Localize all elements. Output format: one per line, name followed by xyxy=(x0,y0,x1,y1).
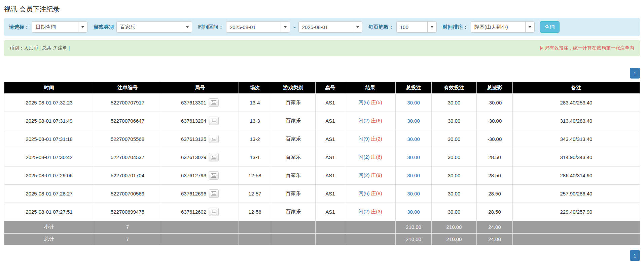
sort-order-label: 时间排序： xyxy=(443,24,468,30)
round-number: 637612696 xyxy=(181,191,206,196)
total-empty-cell xyxy=(271,233,316,245)
cell-game-type: 百家乐 xyxy=(271,130,316,148)
table-row: 2025-08-01 07:30:42 522700704537 6376130… xyxy=(4,148,640,166)
total-empty-cell xyxy=(316,233,345,245)
total-bet-link[interactable]: 30.00 xyxy=(407,100,420,105)
cell-time: 2025-08-01 07:28:27 xyxy=(4,185,94,203)
date-to-input[interactable] xyxy=(298,21,353,33)
page-number-button[interactable]: 1 xyxy=(630,250,640,261)
search-button[interactable]: 查询 xyxy=(540,21,560,33)
subtotal-empty-cell xyxy=(161,221,239,233)
cell-round-no: 637612602 xyxy=(161,203,239,221)
view-round-image-button[interactable] xyxy=(209,135,219,143)
cell-round-no: 637612696 xyxy=(161,185,239,203)
game-type-input[interactable] xyxy=(116,21,183,33)
result-banker: 庄(5) xyxy=(371,99,382,105)
round-number: 637613301 xyxy=(181,100,206,105)
total-bet-link[interactable]: 30.00 xyxy=(407,136,420,142)
select-type-input[interactable] xyxy=(32,21,78,33)
game-type-dropdown-toggle[interactable] xyxy=(183,21,192,33)
view-round-image-button[interactable] xyxy=(209,153,219,161)
total-bet-link[interactable]: 30.00 xyxy=(407,209,420,215)
cell-total-payout: 28.50 xyxy=(477,166,513,185)
cell-remark: 229.40/257.90 xyxy=(513,203,640,221)
cell-valid-bet: 30.00 xyxy=(432,185,477,203)
cell-session: 12-58 xyxy=(239,166,271,185)
sort-order-input[interactable] xyxy=(471,21,525,33)
view-round-image-button[interactable] xyxy=(209,208,219,216)
cell-total-payout: -30.00 xyxy=(477,94,513,112)
cell-valid-bet: 30.00 xyxy=(432,148,477,166)
total-bet-link[interactable]: 30.00 xyxy=(407,173,420,178)
select-type-label: 请选择： xyxy=(9,24,29,30)
page-size-dropdown-toggle[interactable] xyxy=(427,21,437,33)
view-round-image-button[interactable] xyxy=(209,117,219,125)
cell-total-bet: 30.00 xyxy=(396,185,432,203)
game-type-label: 游戏类别 xyxy=(94,24,114,30)
date-from-input[interactable] xyxy=(226,21,281,33)
cell-game-type: 百家乐 xyxy=(271,148,316,166)
col-header-valid-bet: 有效投注 xyxy=(432,82,477,94)
total-bet-link[interactable]: 30.00 xyxy=(407,154,420,160)
round-number: 637612602 xyxy=(181,209,206,215)
cell-round-no: 637612793 xyxy=(161,166,239,185)
result-banker: 庄(2) xyxy=(371,136,382,142)
select-type-dropdown-toggle[interactable] xyxy=(78,21,87,33)
cell-total-payout: -30.00 xyxy=(477,130,513,148)
cell-bet-no: 522700701704 xyxy=(94,166,161,185)
round-number: 637613125 xyxy=(181,136,206,142)
result-banker: 庄(6) xyxy=(371,118,382,123)
cell-remark: 283.40/253.40 xyxy=(513,94,640,112)
view-round-image-button[interactable] xyxy=(209,171,219,180)
cell-table-no: AS1 xyxy=(316,166,345,185)
subtotal-row: 小计 7 210.00 210.00 24.00 xyxy=(4,221,640,233)
page-size-label: 每页笔数： xyxy=(368,24,394,30)
cell-total-payout: 28.50 xyxy=(477,203,513,221)
date-from-combo xyxy=(226,21,290,33)
cell-bet-no: 522700707917 xyxy=(94,94,161,112)
page-number-button[interactable]: 1 xyxy=(630,68,640,79)
result-player: 闲(9) xyxy=(358,136,369,142)
cell-table-no: AS1 xyxy=(316,112,345,130)
view-round-image-button[interactable] xyxy=(209,189,219,198)
cell-total-payout: -30.00 xyxy=(477,112,513,130)
date-to-dropdown-toggle[interactable] xyxy=(353,21,362,33)
cell-result: 闲(6)庄(5) xyxy=(345,94,396,112)
select-type-combo xyxy=(32,21,87,33)
image-icon xyxy=(211,119,216,123)
cell-total-bet: 30.00 xyxy=(396,130,432,148)
total-label: 总计 xyxy=(4,233,94,245)
total-bet-link[interactable]: 30.00 xyxy=(407,118,420,124)
view-round-image-button[interactable] xyxy=(209,98,219,107)
total-valid-bet: 210.00 xyxy=(432,233,477,245)
date-from-dropdown-toggle[interactable] xyxy=(281,21,290,33)
caret-down-icon xyxy=(431,26,433,28)
cell-result: 闲(2)庄(6) xyxy=(345,112,396,130)
page: 视讯 会员下注纪录 请选择： 游戏类别 时间区间： ~ 每页笔数： 时间排序： xyxy=(0,0,644,274)
caret-down-icon xyxy=(529,26,531,28)
cell-session: 13-1 xyxy=(239,148,271,166)
subtotal-label: 小计 xyxy=(4,221,94,233)
col-header-total-bet: 总投注 xyxy=(396,82,432,94)
col-header-result: 结果 xyxy=(345,82,396,94)
cell-total-bet: 30.00 xyxy=(396,112,432,130)
date-range-separator: ~ xyxy=(293,24,296,30)
image-icon xyxy=(211,173,216,178)
col-header-session: 场次 xyxy=(239,82,271,94)
cell-total-payout: 28.50 xyxy=(477,148,513,166)
sort-order-dropdown-toggle[interactable] xyxy=(525,21,535,33)
table-header-row: 时间 注单编号 局号 场次 游戏类别 桌号 结果 总投注 有效投注 总派彩 备注 xyxy=(4,82,640,94)
cell-valid-bet: 30.00 xyxy=(432,94,477,112)
page-size-input[interactable] xyxy=(396,21,427,33)
cell-time: 2025-08-01 07:32:23 xyxy=(4,94,94,112)
result-banker: 庄(8) xyxy=(371,190,382,196)
cell-time: 2025-08-01 07:29:06 xyxy=(4,166,94,185)
cell-total-bet: 30.00 xyxy=(396,166,432,185)
total-bet-link[interactable]: 30.00 xyxy=(407,191,420,196)
round-number: 637613029 xyxy=(181,154,206,160)
cell-valid-bet: 30.00 xyxy=(432,203,477,221)
image-icon xyxy=(211,100,216,105)
total-empty-cell xyxy=(239,233,271,245)
cell-table-no: AS1 xyxy=(316,148,345,166)
cell-bet-no: 522700704537 xyxy=(94,148,161,166)
